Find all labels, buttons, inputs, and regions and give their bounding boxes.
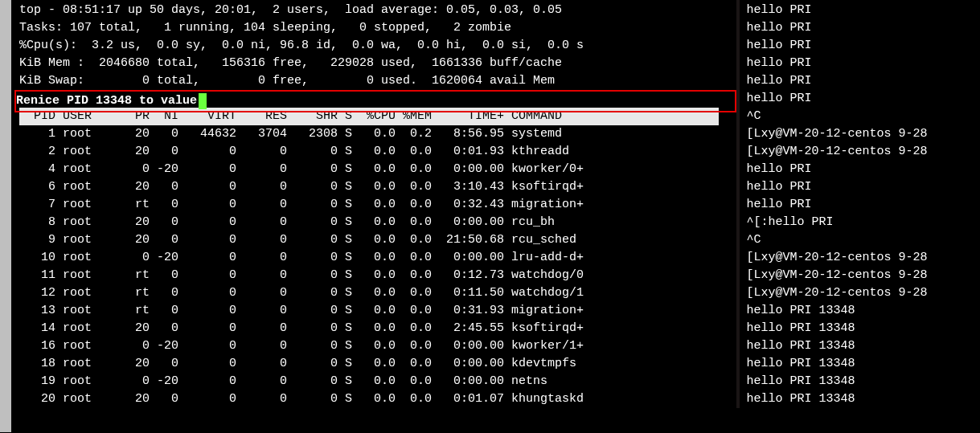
process-row[interactable]: 4 root 0 -20 0 0 0 S 0.0 0.0 0:00.00 kwo… bbox=[19, 161, 736, 178]
output-line: [Lxy@VM-20-12-centos 9-28 bbox=[746, 143, 980, 161]
process-row[interactable]: 20 root 20 0 0 0 0 S 0.0 0.0 0:01.07 khu… bbox=[19, 390, 736, 408]
output-line: hello PRI 13348 bbox=[746, 390, 980, 408]
process-list: 1 root 20 0 44632 3704 2308 S 0.0 0.2 8:… bbox=[19, 125, 736, 408]
process-row[interactable]: 9 root 20 0 0 0 0 S 0.0 0.0 21:50.68 rcu… bbox=[19, 231, 736, 249]
output-line: hello PRI 13348 bbox=[746, 373, 980, 390]
output-line: ^[:hello PRI bbox=[746, 214, 980, 231]
top-header-line4: KiB Mem : 2046680 total, 156316 free, 22… bbox=[19, 55, 736, 72]
renice-prompt-box: Renice PID 13348 to value bbox=[14, 90, 736, 112]
left-gutter bbox=[0, 0, 11, 125]
input-cursor[interactable] bbox=[199, 93, 207, 109]
output-line: ^C bbox=[746, 231, 980, 249]
top-header-line1: top - 08:51:17 up 50 days, 20:01, 2 user… bbox=[19, 2, 736, 19]
output-line: hello PRI bbox=[746, 37, 980, 55]
process-row[interactable]: 1 root 20 0 44632 3704 2308 S 0.0 0.2 8:… bbox=[19, 125, 736, 143]
process-row[interactable]: 10 root 0 -20 0 0 0 S 0.0 0.0 0:00.00 lr… bbox=[19, 249, 736, 267]
output-line: hello PRI bbox=[746, 72, 980, 90]
process-row[interactable]: 16 root 0 -20 0 0 0 S 0.0 0.0 0:00.00 kw… bbox=[19, 337, 736, 355]
output-line: hello PRI bbox=[746, 55, 980, 72]
process-row[interactable]: 2 root 20 0 0 0 0 S 0.0 0.0 0:01.93 kthr… bbox=[19, 143, 736, 161]
process-row[interactable]: 18 root 20 0 0 0 0 S 0.0 0.0 0:00.00 kde… bbox=[19, 355, 736, 373]
output-line: [Lxy@VM-20-12-centos 9-28 bbox=[746, 267, 980, 284]
output-line: [Lxy@VM-20-12-centos 9-28 bbox=[746, 249, 980, 267]
renice-prompt-label: Renice PID 13348 to value bbox=[16, 92, 197, 110]
output-line: hello PRI 13348 bbox=[746, 320, 980, 337]
output-line: hello PRI 13348 bbox=[746, 337, 980, 355]
output-line: hello PRI bbox=[746, 90, 980, 108]
process-row[interactable]: 19 root 0 -20 0 0 0 S 0.0 0.0 0:00.00 ne… bbox=[19, 373, 736, 390]
left-terminal-pane[interactable]: top - 08:51:17 up 50 days, 20:01, 2 user… bbox=[0, 0, 736, 408]
output-line: [Lxy@VM-20-12-centos 9-28 bbox=[746, 125, 980, 143]
output-line: hello PRI bbox=[746, 178, 980, 196]
left-gutter-lower bbox=[0, 125, 11, 432]
process-row[interactable]: 11 root rt 0 0 0 0 S 0.0 0.0 0:12.73 wat… bbox=[19, 267, 736, 284]
output-line: hello PRI bbox=[746, 2, 980, 19]
top-header-line2: Tasks: 107 total, 1 running, 104 sleepin… bbox=[19, 19, 736, 37]
output-line: hello PRI 13348 bbox=[746, 355, 980, 373]
output-line: [Lxy@VM-20-12-centos 9-28 bbox=[746, 284, 980, 302]
output-line: hello PRI bbox=[746, 196, 980, 214]
right-terminal-pane[interactable]: hello PRIhello PRIhello PRIhello PRIhell… bbox=[740, 0, 980, 408]
process-row[interactable]: 6 root 20 0 0 0 0 S 0.0 0.0 3:10.43 ksof… bbox=[19, 178, 736, 196]
output-line: hello PRI bbox=[746, 161, 980, 178]
output-line: hello PRI bbox=[746, 19, 980, 37]
top-header-line3: %Cpu(s): 3.2 us, 0.0 sy, 0.0 ni, 96.8 id… bbox=[19, 37, 736, 55]
output-line: hello PRI 13348 bbox=[746, 302, 980, 320]
process-row[interactable]: 12 root rt 0 0 0 0 S 0.0 0.0 0:11.50 wat… bbox=[19, 284, 736, 302]
top-header-line5: KiB Swap: 0 total, 0 free, 0 used. 16200… bbox=[19, 72, 736, 90]
process-row[interactable]: 7 root rt 0 0 0 0 S 0.0 0.0 0:32.43 migr… bbox=[19, 196, 736, 214]
process-row[interactable]: 8 root 20 0 0 0 0 S 0.0 0.0 0:00.00 rcu_… bbox=[19, 214, 736, 231]
output-line: ^C bbox=[746, 108, 980, 125]
process-row[interactable]: 13 root rt 0 0 0 0 S 0.0 0.0 0:31.93 mig… bbox=[19, 302, 736, 320]
process-row[interactable]: 14 root 20 0 0 0 0 S 0.0 0.0 2:45.55 kso… bbox=[19, 320, 736, 337]
